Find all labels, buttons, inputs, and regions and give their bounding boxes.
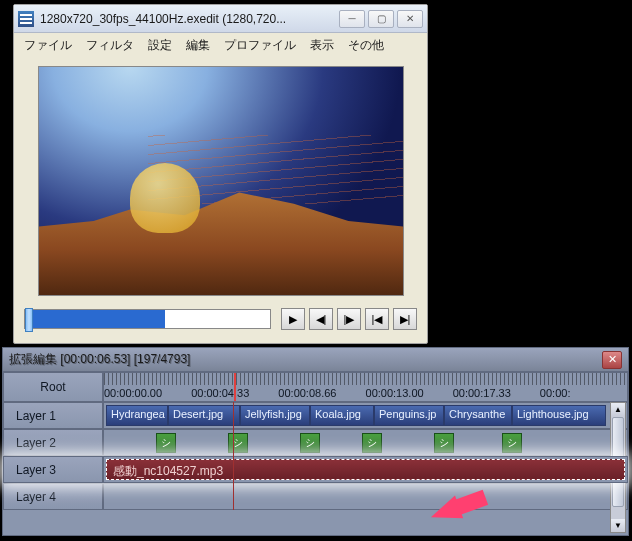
menu-settings[interactable]: 設定 — [142, 35, 178, 56]
time-label: 00:00: — [540, 387, 627, 399]
timeline-window: 拡張編集 [00:00:06.53] [197/4793] ✕ Root 00:… — [2, 347, 629, 536]
scroll-down-button[interactable]: ▼ — [611, 519, 625, 532]
menu-file[interactable]: ファイル — [18, 35, 78, 56]
image-clip[interactable]: Desert.jpg — [168, 405, 240, 426]
menu-filter[interactable]: フィルタ — [80, 35, 140, 56]
image-clip[interactable]: Penguins.jp — [374, 405, 444, 426]
layer-1-track[interactable]: HydrangeaDesert.jpgJellyfish.jpgKoala.jp… — [103, 402, 628, 429]
seek-handle[interactable] — [25, 308, 33, 332]
layer-2-label[interactable]: Layer 2 — [3, 429, 103, 456]
first-frame-button[interactable]: |◀ — [365, 308, 389, 330]
time-label: 00:00:00.00 — [104, 387, 191, 399]
transport-controls: ▶ ◀| |▶ |◀ ▶| — [14, 304, 427, 330]
last-frame-button[interactable]: ▶| — [393, 308, 417, 330]
time-label: 00:00:04.33 — [191, 387, 278, 399]
scroll-up-button[interactable]: ▲ — [611, 403, 625, 416]
image-clip[interactable]: Koala.jpg — [310, 405, 374, 426]
image-clip[interactable]: Hydrangea — [106, 405, 168, 426]
preview-titlebar[interactable]: 1280x720_30fps_44100Hz.exedit (1280,720.… — [14, 5, 427, 33]
transition-clip[interactable]: シ — [300, 433, 320, 453]
seek-bar[interactable] — [24, 309, 271, 329]
layer-2-track[interactable]: シシシシシシ — [103, 429, 628, 456]
time-ruler[interactable]: 00:00:00.0000:00:04.3300:00:08.6600:00:1… — [103, 372, 628, 402]
window-title: 1280x720_30fps_44100Hz.exedit (1280,720.… — [40, 12, 339, 26]
transition-clip[interactable]: シ — [362, 433, 382, 453]
timeline-titlebar[interactable]: 拡張編集 [00:00:06.53] [197/4793] ✕ — [3, 348, 628, 372]
close-button[interactable]: ✕ — [397, 10, 423, 28]
transition-clip[interactable]: シ — [228, 433, 248, 453]
layer-4-label[interactable]: Layer 4 — [3, 483, 103, 510]
play-button[interactable]: ▶ — [281, 308, 305, 330]
time-label: 00:00:08.66 — [278, 387, 365, 399]
timeline-layers: Layer 1 HydrangeaDesert.jpgJellyfish.jpg… — [3, 402, 628, 510]
transition-clip[interactable]: シ — [502, 433, 522, 453]
root-button[interactable]: Root — [3, 372, 103, 402]
menu-other[interactable]: その他 — [342, 35, 390, 56]
video-preview[interactable] — [38, 66, 404, 296]
maximize-button[interactable]: ▢ — [368, 10, 394, 28]
preview-window: 1280x720_30fps_44100Hz.exedit (1280,720.… — [13, 4, 428, 344]
image-clip[interactable]: Chrysanthe — [444, 405, 512, 426]
menu-profile[interactable]: プロファイル — [218, 35, 302, 56]
transition-clip[interactable]: シ — [434, 433, 454, 453]
menu-bar: ファイル フィルタ 設定 編集 プロファイル 表示 その他 — [14, 33, 427, 58]
menu-view[interactable]: 表示 — [304, 35, 340, 56]
layer-3-track[interactable]: 感動_nc104527.mp3 — [103, 456, 628, 483]
timeline-title: 拡張編集 [00:00:06.53] [197/4793] — [9, 351, 602, 368]
layer-4-track[interactable] — [103, 483, 628, 510]
layer-1-label[interactable]: Layer 1 — [3, 402, 103, 429]
audio-clip[interactable]: 感動_nc104527.mp3 — [106, 459, 625, 480]
menu-edit[interactable]: 編集 — [180, 35, 216, 56]
next-frame-button[interactable]: |▶ — [337, 308, 361, 330]
transition-clip[interactable]: シ — [156, 433, 176, 453]
image-clip[interactable]: Jellyfish.jpg — [240, 405, 310, 426]
time-label: 00:00:13.00 — [366, 387, 453, 399]
layer-3-label[interactable]: Layer 3 — [3, 456, 103, 483]
prev-frame-button[interactable]: ◀| — [309, 308, 333, 330]
image-clip[interactable]: Lighthouse.jpg — [512, 405, 606, 426]
minimize-button[interactable]: ─ — [339, 10, 365, 28]
app-icon — [18, 11, 34, 27]
timeline-close-button[interactable]: ✕ — [602, 351, 622, 369]
time-label: 00:00:17.33 — [453, 387, 540, 399]
